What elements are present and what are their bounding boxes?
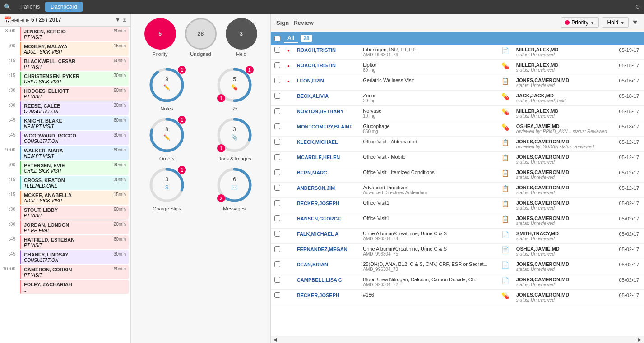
scroll-left[interactable]: ◀: [272, 337, 279, 342]
patient-name[interactable]: ROACH,TRISTIN: [297, 63, 336, 68]
doc-icon-cell[interactable]: 📋: [498, 75, 513, 91]
appointment-item[interactable]: MCKEE, ANABELLA15minADULT SICK VISIT: [20, 191, 129, 205]
patient-name[interactable]: BECKER,JOSEPH: [297, 293, 339, 298]
row-checkbox[interactable]: [274, 93, 280, 99]
doc-icon-cell[interactable]: 📋: [498, 137, 513, 152]
priority-dropdown-arrow[interactable]: ▼: [590, 20, 595, 25]
appointment-item[interactable]: HATFIELD, ESTEBAN60minPT VISIT: [20, 235, 129, 249]
row-checkbox[interactable]: [274, 185, 280, 191]
patient-name-cell[interactable]: DEAN,BRIAN: [293, 259, 359, 274]
appointment-item[interactable]: CAMERON, CORBIN60minPT VISIT: [20, 265, 129, 279]
doc-icon-cell[interactable]: 💊: [498, 91, 513, 106]
patient-name-cell[interactable]: KLECK,MICHAEL: [293, 137, 359, 152]
patient-name-cell[interactable]: BECK,ALIVIA: [293, 91, 359, 106]
patient-name-cell[interactable]: LEON,ERIN: [293, 75, 359, 91]
patient-name[interactable]: BECK,ALIVIA: [297, 93, 329, 99]
sign-button[interactable]: Sign: [276, 19, 289, 26]
appointment-item[interactable]: JENSEN, SERGIO60minPT VISIT: [20, 27, 129, 41]
hold-button[interactable]: Hold ▼: [602, 17, 629, 28]
doc-icon-cell[interactable]: 💊: [498, 60, 513, 75]
calendar-icon[interactable]: 📅: [4, 16, 11, 23]
row-checkbox[interactable]: [274, 139, 280, 145]
table-row[interactable]: BECK,ALIVIA Zocor 20 mg 💊 JACK,JACK,MD s…: [271, 91, 644, 106]
row-checkbox[interactable]: [274, 108, 280, 114]
patient-name[interactable]: MCARDLE,HELEN: [297, 155, 340, 160]
widget-docs[interactable]: 3 📎 1Docs & Images: [203, 116, 266, 161]
bottom-scrollbar[interactable]: ◀ ▶: [271, 336, 644, 343]
scroll-right[interactable]: ▶: [636, 337, 643, 342]
appointment-item[interactable]: MOSLEY, MALAYA15minADULT SICK VISIT: [20, 42, 129, 56]
table-row[interactable]: FERNANDEZ,MEGAN Urine Albumin/Creatinine…: [271, 244, 644, 259]
doc-icon-cell[interactable]: 📋: [498, 213, 513, 229]
review-button[interactable]: Review: [293, 19, 314, 26]
patient-name-cell[interactable]: BECKER,JOSEPH: [293, 198, 359, 213]
doc-icon-cell[interactable]: 📄: [498, 259, 513, 274]
appointment-item[interactable]: CHRISTENSEN, RYKER30minCHILD SICK VISIT: [20, 72, 129, 86]
table-row[interactable]: MONTGOMERY,BLAINE Glucophage 850 mg 💊 OS…: [271, 121, 644, 137]
select-all-checkbox[interactable]: [274, 36, 280, 41]
row-checkbox[interactable]: [274, 215, 280, 221]
patient-name[interactable]: FALK,MICHAEL A: [297, 231, 338, 237]
appointment-item[interactable]: JORDAN, LONDON20minPT RE-EVAL: [20, 220, 129, 234]
row-checkbox[interactable]: [274, 62, 280, 68]
row-checkbox[interactable]: [274, 261, 280, 267]
patient-name-cell[interactable]: CAMPBELL,LISA C: [293, 274, 359, 290]
tab-patients[interactable]: Patients: [15, 2, 45, 12]
appointment-item[interactable]: BLACKWELL, CESAR60minPT VISIT: [20, 57, 129, 71]
doc-icon-cell[interactable]: 📄: [498, 229, 513, 244]
patient-name-cell[interactable]: FERNANDEZ,MEGAN: [293, 244, 359, 259]
row-checkbox[interactable]: [274, 169, 280, 175]
patient-name-cell[interactable]: NORTON,BETHANY: [293, 106, 359, 121]
patient-name-cell[interactable]: BECKER,JOSEPH: [293, 290, 359, 305]
patient-name[interactable]: CAMPBELL,LISA C: [297, 277, 342, 283]
tab-dashboard[interactable]: Dashboard: [45, 2, 83, 12]
doc-icon-cell[interactable]: 📋: [498, 167, 513, 183]
refresh-icon[interactable]: ↻: [635, 3, 640, 10]
patient-name[interactable]: FERNANDEZ,MEGAN: [297, 247, 347, 252]
row-checkbox[interactable]: [274, 292, 280, 298]
patient-name[interactable]: BERN,MARC: [297, 170, 327, 175]
patient-name[interactable]: MONTGOMERY,BLAINE: [297, 124, 353, 129]
priority-button[interactable]: Priority ▼: [561, 17, 598, 28]
patient-name-cell[interactable]: BERN,MARC: [293, 167, 359, 183]
row-checkbox[interactable]: [274, 231, 280, 237]
table-row[interactable]: BECKER,JOSEPH Office Visit1 📋 JONES,CAME…: [271, 198, 644, 213]
doc-icon-cell[interactable]: 📋: [498, 152, 513, 167]
patient-name[interactable]: HANSEN,GEORGE: [297, 216, 341, 221]
table-row[interactable]: FALK,MICHAEL A Urine Albumin/Creatinine,…: [271, 229, 644, 244]
search-icon[interactable]: 🔍: [4, 3, 11, 10]
table-row[interactable]: MCARDLE,HELEN Office Visit - Mobile 📋 JO…: [271, 152, 644, 167]
doc-icon-cell[interactable]: 📄: [498, 45, 513, 60]
widget-orders[interactable]: 8 ✏️ 1Orders: [135, 116, 199, 161]
table-row[interactable]: KLECK,MICHAEL Office Visit - Abbreviated…: [271, 137, 644, 152]
next-arrow[interactable]: ▶: [26, 18, 29, 23]
widget-charge[interactable]: 3 $ 1Charge Slips: [135, 166, 199, 211]
doc-icon-cell[interactable]: 📄: [498, 244, 513, 259]
row-checkbox[interactable]: [274, 47, 280, 53]
patient-name-cell[interactable]: ROACH,TRISTIN: [293, 45, 359, 60]
table-row[interactable]: ● ROACH,TRISTIN Lipitor 80 mg 💊 MILLER,A…: [271, 60, 644, 75]
appointment-item[interactable]: CHANEY, LINDSAY30minCONSULTATION: [20, 250, 129, 264]
patient-name-cell[interactable]: FALK,MICHAEL A: [293, 229, 359, 244]
table-row[interactable]: ● ROACH,TRISTIN Fibrinogen, INR, PT, PTT…: [271, 45, 644, 60]
row-checkbox[interactable]: [274, 246, 280, 252]
widget-notes[interactable]: 9 ✏️ 1Notes: [135, 66, 199, 111]
appointment-item[interactable]: CROSS, KEATON30minTELEMEDICINE: [20, 176, 129, 190]
patient-name[interactable]: ANDERSON,JIM: [297, 185, 335, 191]
patient-name[interactable]: LEON,ERIN: [297, 78, 324, 83]
row-checkbox[interactable]: [274, 200, 280, 206]
appointment-item[interactable]: FOLEY, ZACHARIAH...: [20, 280, 129, 294]
row-checkbox[interactable]: [274, 277, 280, 283]
patient-name-cell[interactable]: ROACH,TRISTIN: [293, 60, 359, 75]
filter-button[interactable]: ▼: [631, 18, 639, 27]
patient-name-cell[interactable]: MCARDLE,HELEN: [293, 152, 359, 167]
hold-dropdown-arrow[interactable]: ▼: [620, 20, 625, 25]
table-row[interactable]: ANDERSON,JIM Advanced Directives Advance…: [271, 183, 644, 198]
patient-name[interactable]: BECKER,JOSEPH: [297, 201, 339, 206]
grid-icon[interactable]: ⊞: [122, 17, 127, 23]
appointment-item[interactable]: KNIGHT, BLAKE60minNEW PT VISIT: [20, 116, 129, 130]
held-widget[interactable]: 3 Held: [226, 18, 257, 57]
patient-name-cell[interactable]: ANDERSON,JIM: [293, 183, 359, 198]
doc-icon-cell[interactable]: 📋: [498, 198, 513, 213]
patient-name[interactable]: ROACH,TRISTIN: [297, 47, 336, 53]
